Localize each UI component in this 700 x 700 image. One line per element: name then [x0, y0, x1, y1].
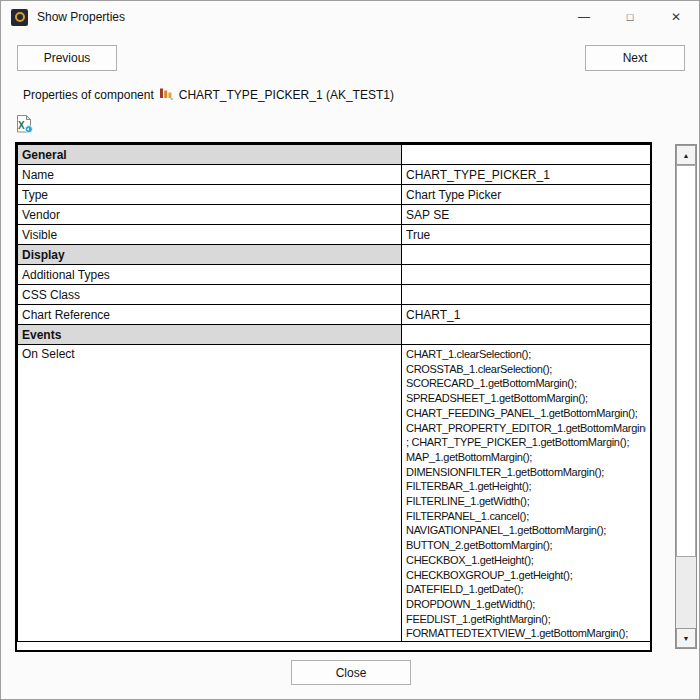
close-button[interactable]: Close: [291, 660, 411, 685]
property-label-cell: Chart Reference: [18, 305, 402, 325]
code-line: FEEDLIST_1.getRightMargin();: [406, 612, 646, 627]
export-to-excel-icon: X: [14, 114, 34, 134]
minimize-button[interactable]: —: [561, 1, 607, 33]
code-line: FILTERPANEL_1.cancel();: [406, 509, 646, 524]
component-name: CHART_TYPE_PICKER_1: [179, 88, 323, 102]
window-controls: — □ ✕: [561, 1, 699, 33]
table-row: VendorSAP SE: [18, 205, 651, 225]
vertical-scrollbar[interactable]: ▲ ▼: [675, 144, 697, 649]
property-label-cell: CSS Class: [18, 285, 402, 305]
code-line: SCORECARD_1.getBottomMargin();: [406, 376, 646, 391]
close-window-button[interactable]: ✕: [653, 1, 699, 33]
properties-table: GeneralNameCHART_TYPE_PICKER_1TypeChart …: [17, 144, 651, 642]
property-label-cell: Additional Types: [18, 265, 402, 285]
property-label-cell: Type: [18, 185, 402, 205]
code-line: DROPDOWN_1.getWidth();: [406, 597, 646, 612]
property-value-cell: Chart Type Picker: [402, 185, 651, 205]
table-row: Display: [18, 245, 651, 265]
scroll-up-icon: ▲: [683, 152, 690, 159]
svg-text:X: X: [18, 120, 25, 131]
section-header-value-cell: [402, 145, 651, 165]
chart-type-picker-icon: [159, 87, 174, 103]
property-label-cell: Vendor: [18, 205, 402, 225]
table-row: CSS Class: [18, 285, 651, 305]
table-row: On SelectCHART_1.clearSelection();CROSST…: [18, 345, 651, 642]
property-value-cell: CHART_1: [402, 305, 651, 325]
property-value-cell: True: [402, 225, 651, 245]
code-line: ; CHART_TYPE_PICKER_1.getBottomMargin();: [406, 435, 646, 450]
scroll-down-button[interactable]: ▼: [676, 628, 696, 648]
scrollbar-thumb[interactable]: [676, 165, 696, 557]
code-line: FILTERBAR_1.getHeight();: [406, 479, 646, 494]
section-header-value-cell: [402, 245, 651, 265]
minimize-icon: —: [578, 10, 590, 24]
code-line: CHECKBOX_1.getHeight();: [406, 553, 646, 568]
window-title: Show Properties: [37, 10, 125, 24]
maximize-icon: □: [627, 11, 634, 23]
property-value-cell: SAP SE: [402, 205, 651, 225]
app-logo-icon: [11, 9, 28, 26]
table-row: TypeChart Type Picker: [18, 185, 651, 205]
code-line: BUTTON_2.getBottomMargin();: [406, 538, 646, 553]
export-to-excel-button[interactable]: X: [14, 114, 34, 134]
table-row: General: [18, 145, 651, 165]
code-line: MAP_1.getBottomMargin();: [406, 450, 646, 465]
code-lines: CHART_1.clearSelection();CROSSTAB_1.clea…: [406, 347, 646, 641]
property-value-cell: CHART_TYPE_PICKER_1: [402, 165, 651, 185]
section-header-cell: Display: [18, 245, 402, 265]
table-row: VisibleTrue: [18, 225, 651, 245]
table-row: Chart ReferenceCHART_1: [18, 305, 651, 325]
section-header-value-cell: [402, 325, 651, 345]
code-line: CHART_PROPERTY_EDITOR_1.getBottomMargin(…: [406, 421, 646, 436]
component-header: Properties of component CHART_TYPE_PICKE…: [23, 87, 394, 103]
code-line: SPREADSHEET_1.getBottomMargin();: [406, 391, 646, 406]
title-bar: Show Properties — □ ✕: [1, 1, 699, 33]
code-line: CHART_1.clearSelection();: [406, 347, 646, 362]
code-line: NAVIGATIONPANEL_1.getBottomMargin();: [406, 523, 646, 538]
code-line: FORMATTEDTEXTVIEW_1.getBottomMargin();: [406, 626, 646, 641]
code-line: DIMENSIONFILTER_1.getBottomMargin();: [406, 465, 646, 480]
section-header-cell: Events: [18, 325, 402, 345]
table-row: NameCHART_TYPE_PICKER_1: [18, 165, 651, 185]
property-label-cell: Visible: [18, 225, 402, 245]
table-row: Additional Types: [18, 265, 651, 285]
next-button[interactable]: Next: [585, 45, 685, 71]
property-value-cell: [402, 265, 651, 285]
maximize-button[interactable]: □: [607, 1, 653, 33]
scroll-down-icon: ▼: [683, 635, 690, 642]
section-header-cell: General: [18, 145, 402, 165]
property-label-cell: On Select: [18, 345, 402, 642]
property-label-cell: Name: [18, 165, 402, 185]
code-line: CROSSTAB_1.clearSelection();: [406, 362, 646, 377]
code-line: DATEFIELD_1.getDate();: [406, 582, 646, 597]
previous-button[interactable]: Previous: [17, 45, 117, 71]
component-header-prefix: Properties of component: [23, 88, 154, 102]
table-row: Events: [18, 325, 651, 345]
properties-panel: GeneralNameCHART_TYPE_PICKER_1TypeChart …: [15, 142, 652, 652]
component-scope-text: (AK_TEST1): [326, 88, 394, 102]
code-line: CHART_FEEDING_PANEL_1.getBottomMargin();: [406, 406, 646, 421]
scroll-up-button[interactable]: ▲: [676, 145, 696, 165]
close-icon: ✕: [671, 10, 681, 24]
code-line: FILTERLINE_1.getWidth();: [406, 494, 646, 509]
code-line: CHECKBOXGROUP_1.getHeight();: [406, 568, 646, 583]
property-value-cell: [402, 285, 651, 305]
property-code-cell: CHART_1.clearSelection();CROSSTAB_1.clea…: [402, 345, 651, 642]
